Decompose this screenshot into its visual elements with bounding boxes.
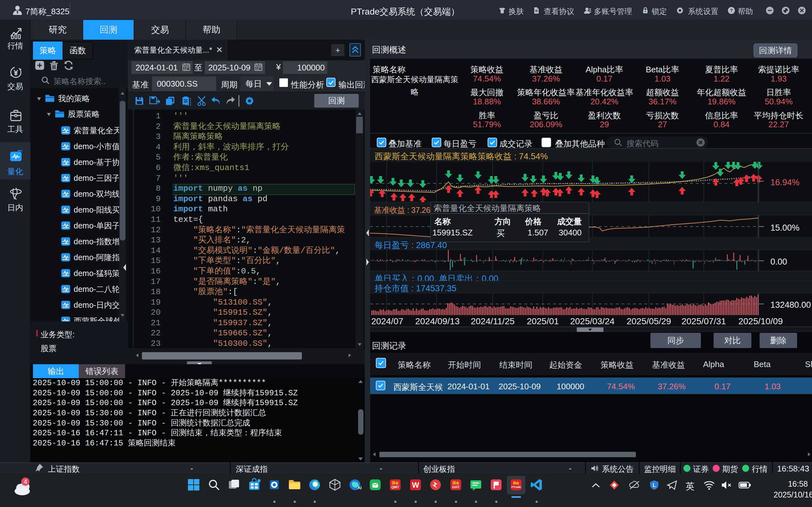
svg-text:AI: AI <box>358 486 362 490</box>
svg-text:4: 4 <box>23 478 27 485</box>
svg-text:QMT: QMT <box>391 485 399 489</box>
svg-text:L: L <box>653 483 656 488</box>
svg-text:国金: 国金 <box>452 481 459 485</box>
svg-text:?: ? <box>730 8 733 13</box>
svg-text:PTrade: PTrade <box>511 486 521 489</box>
svg-text:GHT: GHT <box>452 485 459 489</box>
svg-text:国金: 国金 <box>513 481 519 485</box>
svg-text:国金: 国金 <box>392 481 399 485</box>
svg-text:W: W <box>412 481 419 489</box>
